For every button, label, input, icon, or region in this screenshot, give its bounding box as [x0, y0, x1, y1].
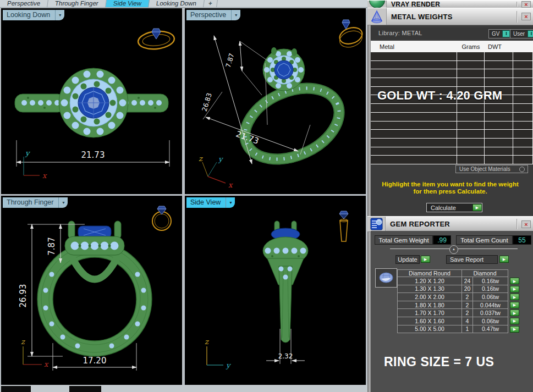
chevron-down-icon[interactable]: [231, 10, 240, 20]
metal-table-cell: [513, 104, 533, 112]
save-report-play-icon[interactable]: [499, 256, 509, 263]
viewport-looking-down[interactable]: Looking Down: [1, 8, 182, 194]
jewelry-cad-window: Perspective Through Finger Side View Loo…: [0, 0, 533, 392]
viewport-through-finger[interactable]: Through Finger: [1, 196, 182, 385]
metal-table-row[interactable]: [371, 122, 533, 130]
svg-text:y: y: [226, 361, 231, 369]
update-button[interactable]: Update: [395, 255, 420, 264]
metal-table-row[interactable]: [371, 139, 533, 147]
bottom-tab-stub[interactable]: [1, 386, 31, 392]
gem-row-play-button[interactable]: [510, 326, 519, 333]
viewport-side-view[interactable]: Side View: [185, 196, 366, 385]
svg-text:2.32: 2.32: [278, 352, 293, 360]
tab-side-view[interactable]: Side View: [106, 0, 150, 7]
tab-looking-down[interactable]: Looking Down: [149, 0, 205, 7]
metal-table-row[interactable]: [371, 61, 533, 70]
viewport-title: Perspective: [186, 10, 231, 20]
ring-halo-head: [263, 47, 305, 91]
metal-table-cell: [457, 69, 485, 78]
user-label: User: [513, 31, 525, 37]
chevron-down-icon[interactable]: [55, 10, 64, 20]
user-toggle-button[interactable]: User I: [510, 29, 533, 38]
gem-row-play-button[interactable]: [510, 302, 519, 308]
metal-table-cell: [457, 156, 485, 164]
header-divider: [516, 219, 517, 229]
gem-row-play-button[interactable]: [510, 286, 519, 292]
svg-text:z: z: [199, 154, 203, 163]
metal-table-row[interactable]: [371, 130, 533, 139]
close-icon[interactable]: [521, 1, 531, 8]
panel-title: VRAY RENDER: [387, 1, 516, 8]
save-report-button[interactable]: Save Report: [446, 255, 498, 264]
use-object-materials-toggle[interactable]: Use Object Materials: [455, 165, 528, 173]
gem-table-row[interactable]: 1.70 X 1.7020.037tw: [397, 309, 519, 317]
ring-head: [65, 221, 124, 279]
chevron-down-icon[interactable]: [226, 197, 235, 208]
total-gem-weight-value: .99: [433, 235, 451, 245]
viewport-perspective[interactable]: Perspective: [185, 8, 366, 194]
tab-through-finger[interactable]: Through Finger: [47, 0, 106, 7]
metal-table-row[interactable]: [371, 78, 533, 87]
chevron-down-icon[interactable]: [58, 197, 68, 208]
metal-table-cell: [371, 52, 457, 60]
viewport-title-dropdown[interactable]: Looking Down: [3, 10, 64, 20]
gem-table-row[interactable]: 2.00 X 2.0020.06tw: [397, 293, 519, 301]
metal-table-cell: [513, 69, 533, 78]
metal-table-cell: [485, 113, 513, 121]
metal-weights-panel-header[interactable]: METAL WEIGHTS: [367, 8, 533, 25]
metal-table-row[interactable]: [371, 69, 533, 78]
viewport-title-dropdown[interactable]: Perspective: [186, 10, 240, 20]
vray-render-panel-header[interactable]: VRAY RENDER: [367, 0, 533, 8]
metal-table-cell: [457, 139, 485, 147]
library-label: Library: METAL: [378, 30, 422, 36]
svg-text:y: y: [218, 155, 223, 163]
right-side-panel: VRAY RENDER METAL WEIGHTS Library: METAL: [367, 0, 533, 392]
gem-reporter-panel-header[interactable]: GEM REPORTER: [367, 216, 533, 232]
collapse-button[interactable]: [449, 245, 458, 254]
gem-table-row[interactable]: 5.00 X 5.0010.47tw: [397, 325, 519, 334]
metal-table-cell: [371, 104, 457, 112]
calculate-button[interactable]: Calculate: [426, 203, 482, 212]
gem-row-play-button[interactable]: [510, 310, 519, 316]
ring-render-side-view[interactable]: 2.32 z y: [185, 196, 366, 385]
metal-table-row[interactable]: [371, 156, 533, 164]
gold-weight-overlay: GOLD WT : 4.20 GRM: [377, 89, 523, 103]
metal-table-cell: [457, 130, 485, 138]
ring-render-top-view[interactable]: 21.73 y x: [1, 8, 182, 194]
gv-toggle-button[interactable]: GV I: [488, 29, 512, 38]
gem-weight-cell: 0.037tw: [473, 309, 508, 317]
gem-table-row[interactable]: 1.80 X 1.8020.044tw: [397, 301, 519, 310]
metal-table-cell: [457, 104, 485, 112]
gem-table-row[interactable]: 1.60 X 1.6040.06tw: [397, 317, 519, 325]
toggle-indicator: I: [502, 30, 510, 37]
header-divider: [516, 2, 517, 7]
close-icon[interactable]: [521, 13, 531, 20]
dimension-width: 21.73: [17, 140, 169, 167]
close-icon[interactable]: [521, 220, 531, 228]
metal-table-row[interactable]: [371, 113, 533, 122]
gem-table-row[interactable]: 1.30 X 1.30200.16tw: [397, 285, 519, 294]
svg-text:x: x: [228, 181, 233, 189]
ring-render-front-view[interactable]: 7.87 26.93 17.20 z x: [1, 196, 182, 385]
tab-perspective[interactable]: Perspective: [0, 0, 48, 7]
ring-render-perspective[interactable]: 7.87 26.83 21.73 z y x: [185, 8, 366, 194]
gem-count-cell: 4: [462, 317, 473, 325]
ring-side-icon: [339, 211, 348, 241]
metal-table-cell: [513, 156, 533, 164]
metal-table-cell: [485, 147, 513, 156]
add-viewport-tab-button[interactable]: +: [204, 0, 218, 7]
metal-table-row[interactable]: [371, 104, 533, 113]
gem-table-row[interactable]: 1.20 X 1.20240.16tw: [397, 277, 519, 285]
viewport-title-dropdown[interactable]: Through Finger: [3, 197, 68, 208]
gem-row-play-button[interactable]: [510, 318, 519, 324]
play-icon[interactable]: [472, 204, 482, 211]
update-play-icon[interactable]: [421, 256, 430, 263]
gem-count-cell: 1: [462, 325, 473, 334]
viewport-title-dropdown[interactable]: Side View: [186, 197, 235, 208]
gem-row-play-button[interactable]: [510, 278, 519, 284]
bottom-tab-stub[interactable]: [69, 386, 101, 392]
gem-row-play-button[interactable]: [510, 294, 519, 300]
metal-table-row[interactable]: [371, 147, 533, 156]
metal-table-row[interactable]: [371, 52, 533, 61]
gem-weight-cell: 0.16tw: [473, 285, 508, 294]
